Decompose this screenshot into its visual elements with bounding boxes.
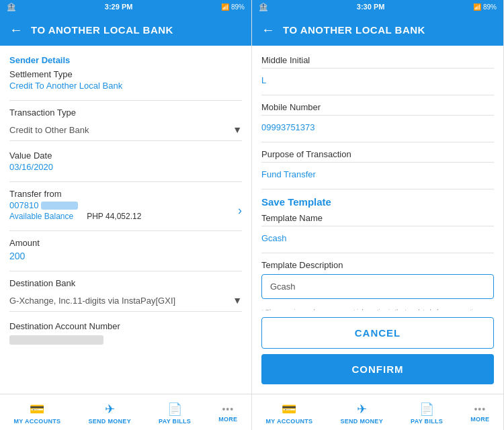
middle-initial-field: Middle Initial L	[261, 55, 494, 85]
nav-more[interactable]: ••• MORE	[218, 404, 237, 423]
divider-1	[9, 100, 242, 101]
buttons-area: CANCEL CONFIRM	[252, 310, 503, 394]
transfer-from-field: Transfer from 007810 Available Balance P…	[9, 189, 242, 221]
right-accounts-icon: 💳	[282, 402, 296, 417]
template-desc-field: Template Description	[261, 260, 494, 299]
left-status-bar: 🏦 3:29 PM 📶 89%	[0, 0, 251, 13]
destination-bank-dropdown[interactable]: G-Xchange, Inc.11-digits via InstaPay[GX…	[9, 290, 242, 312]
right-nav-more[interactable]: ••• MORE	[470, 404, 489, 423]
left-bottom-nav: 💳 MY ACCOUNTS ✈ SEND MONEY 📄 PAY BILLS •…	[0, 394, 251, 430]
account-chevron-icon[interactable]: ›	[238, 204, 242, 218]
right-header: ← TO ANOTHER LOCAL BANK	[252, 13, 503, 46]
confirm-button[interactable]: CONFIRM	[261, 354, 494, 384]
right-more-icon: •••	[474, 404, 486, 415]
destination-bank-arrow-icon: ▼	[233, 295, 242, 306]
account-row: 007810 Available Balance PHP 44,052.12 ›	[9, 200, 242, 221]
balance-label: Available Balance	[9, 212, 73, 221]
destination-account-field: Destination Account Number	[9, 321, 242, 345]
destination-bank-label: Destination Bank	[9, 278, 242, 288]
transaction-type-dropdown[interactable]: Credit to Other Bank ▼	[9, 119, 242, 141]
right-nav-send-money[interactable]: ✈ SEND MONEY	[340, 402, 383, 425]
right-status-left: 🏦	[259, 3, 268, 11]
left-content: Sender Details Settlement Type Credit To…	[0, 46, 251, 394]
destination-account-label: Destination Account Number	[9, 321, 242, 331]
right-status-icons: 📶 89%	[473, 3, 497, 11]
left-header-title: TO ANOTHER LOCAL BANK	[31, 24, 173, 36]
right-divider-4	[261, 253, 494, 253]
settlement-type-label: Settlement Type	[9, 69, 242, 79]
right-status-time: 3:30 PM	[357, 3, 385, 11]
left-back-button[interactable]: ←	[9, 22, 23, 38]
mobile-number-field: Mobile Number 09993751373	[261, 102, 494, 132]
right-panel: 🏦 3:30 PM 📶 89% ← TO ANOTHER LOCAL BANK …	[252, 0, 504, 430]
right-nav-my-accounts[interactable]: 💳 MY ACCOUNTS	[266, 402, 313, 425]
right-content: Middle Initial L Mobile Number 099937513…	[252, 46, 503, 310]
transaction-type-value: Credit to Other Bank	[9, 125, 89, 135]
right-divider-3	[261, 189, 494, 189]
transaction-type-field: Transaction Type Credit to Other Bank ▼	[9, 108, 242, 141]
field-sep-3	[261, 162, 494, 163]
right-accounts-label: MY ACCOUNTS	[266, 418, 313, 425]
mobile-number-value: 09993751373	[261, 122, 494, 132]
template-name-label: Template Name	[261, 213, 494, 223]
template-desc-label: Template Description	[261, 260, 494, 270]
right-bills-label: PAY BILLS	[411, 418, 443, 425]
right-send-icon: ✈	[357, 402, 367, 417]
sender-section-label: Sender Details	[9, 55, 242, 65]
nav-send-money[interactable]: ✈ SEND MONEY	[88, 402, 131, 425]
left-header: ← TO ANOTHER LOCAL BANK	[0, 13, 251, 46]
value-date-field: Value Date 03/16/2020	[9, 150, 242, 172]
template-desc-input[interactable]	[261, 274, 494, 299]
right-bills-icon: 📄	[419, 402, 434, 417]
more-label: MORE	[218, 416, 237, 423]
template-name-field: Template Name Gcash	[261, 213, 494, 243]
nav-pay-bills[interactable]: 📄 PAY BILLS	[159, 402, 191, 425]
bills-label: PAY BILLS	[159, 418, 191, 425]
middle-initial-value: L	[261, 75, 494, 85]
amount-value: 200	[9, 251, 242, 261]
cancel-button[interactable]: CANCEL	[261, 317, 494, 349]
left-status-time: 3:29 PM	[105, 3, 133, 11]
right-header-title: TO ANOTHER LOCAL BANK	[283, 24, 425, 36]
balance-value: PHP 44,052.12	[87, 212, 141, 221]
mobile-number-label: Mobile Number	[261, 102, 494, 112]
right-more-label: MORE	[470, 416, 489, 423]
right-nav-pay-bills[interactable]: 📄 PAY BILLS	[411, 402, 443, 425]
divider-4	[9, 271, 242, 271]
settlement-type-value: Credit To Another Local Bank	[9, 81, 242, 91]
more-icon: •••	[222, 404, 234, 415]
value-date-label: Value Date	[9, 150, 242, 161]
right-divider-1	[261, 95, 494, 95]
right-divider-2	[261, 142, 494, 142]
account-blur	[41, 202, 78, 210]
accounts-label: MY ACCOUNTS	[14, 418, 61, 425]
dropdown-arrow-icon: ▼	[233, 124, 242, 135]
right-send-label: SEND MONEY	[340, 418, 383, 425]
divider-3	[9, 230, 242, 231]
destination-account-blur	[9, 335, 103, 345]
account-number: 007810	[9, 200, 238, 210]
left-panel: 🏦 3:29 PM 📶 89% ← TO ANOTHER LOCAL BANK …	[0, 0, 252, 430]
left-status-left: 🏦	[7, 3, 16, 11]
purpose-field: Purpose of Transaction Fund Transfer	[261, 149, 494, 179]
send-icon: ✈	[105, 402, 115, 417]
field-sep-1	[261, 68, 494, 69]
settlement-type-field: Settlement Type Credit To Another Local …	[9, 69, 242, 91]
field-sep-4	[261, 226, 494, 226]
balance-row: Available Balance PHP 44,052.12	[9, 212, 238, 221]
right-status-bar: 🏦 3:30 PM 📶 89%	[252, 0, 503, 13]
bills-icon: 📄	[167, 402, 182, 417]
destination-bank-field: Destination Bank G-Xchange, Inc.11-digit…	[9, 278, 242, 312]
left-status-icons: 📶 89%	[221, 3, 245, 11]
nav-my-accounts[interactable]: 💳 MY ACCOUNTS	[14, 402, 61, 425]
field-sep-2	[261, 115, 494, 116]
destination-bank-value: G-Xchange, Inc.11-digits via InstaPay[GX…	[9, 296, 175, 306]
amount-label: Amount	[9, 238, 242, 248]
account-info: 007810 Available Balance PHP 44,052.12	[9, 200, 238, 221]
right-back-button[interactable]: ←	[261, 22, 275, 38]
middle-initial-label: Middle Initial	[261, 55, 494, 65]
purpose-value: Fund Transfer	[261, 169, 494, 179]
right-bottom-nav: 💳 MY ACCOUNTS ✈ SEND MONEY 📄 PAY BILLS •…	[252, 394, 503, 430]
transfer-from-label: Transfer from	[9, 189, 242, 199]
value-date-value: 03/16/2020	[9, 162, 242, 172]
